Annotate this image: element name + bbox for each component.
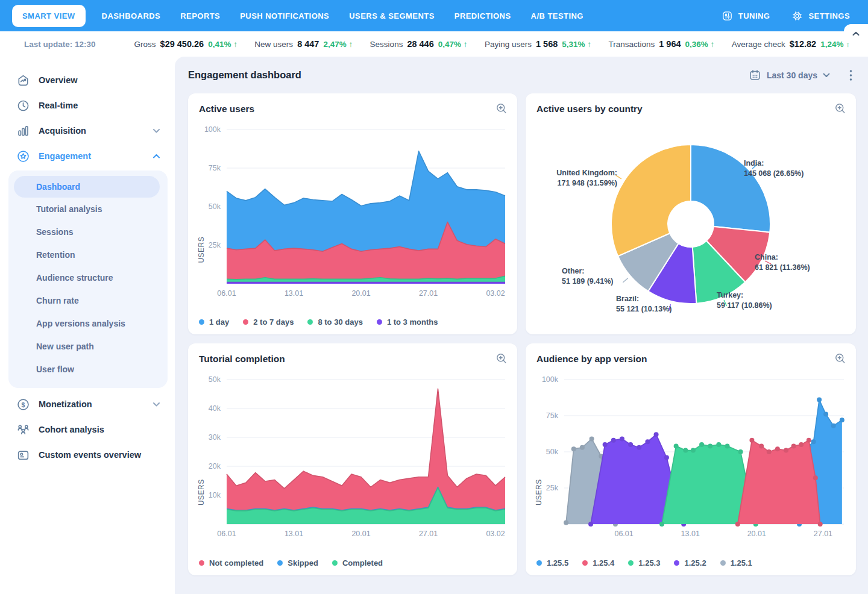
sidebar-subitem-dashboard[interactable]: Dashboard	[14, 176, 160, 198]
sidebar-item-overview[interactable]: Overview	[0, 67, 175, 93]
svg-text:50k: 50k	[209, 202, 221, 211]
nav-tab-push-notifications[interactable]: PUSH NOTIFICATIONS	[240, 11, 329, 20]
svg-text:30k: 30k	[209, 433, 221, 442]
date-range-label: Last 30 days	[767, 70, 817, 80]
sidebar-subitem-sessions[interactable]: Sessions	[8, 220, 168, 243]
kebab-menu-button[interactable]	[847, 67, 855, 84]
custom-events-icon	[16, 448, 30, 462]
legend-item-1-day[interactable]: 1 day	[199, 317, 229, 327]
sidebar-item-label: Acquisition	[39, 126, 86, 136]
legend-item-1-25-2[interactable]: 1.25.2	[674, 558, 706, 567]
legend-dot	[582, 560, 588, 566]
pie-label-name: Brazil:	[616, 294, 684, 304]
legend-item-not-completed[interactable]: Not completed	[199, 558, 263, 567]
sidebar-subitem-audience-structure[interactable]: Audience structure	[8, 266, 168, 289]
sidebar-subitem-retention[interactable]: Retention	[8, 243, 168, 266]
zoom-in-button[interactable]	[834, 352, 847, 365]
legend-item-8-to-30-days[interactable]: 8 to 30 days	[307, 317, 362, 327]
nav-tab-dashboards[interactable]: DASHBOARDS	[102, 11, 161, 20]
date-range-selector[interactable]: Last 30 days	[749, 69, 830, 81]
stat-change: 0,47% ↑	[438, 40, 468, 49]
legend-dot	[674, 560, 679, 566]
overview-icon	[16, 73, 30, 87]
svg-text:75k: 75k	[546, 411, 559, 420]
stat-value: $12.82	[790, 39, 816, 49]
sidebar-subitem-tutorial-analysis[interactable]: Tutorial analysis	[8, 198, 168, 220]
engagement-star-icon	[16, 149, 30, 163]
sidebar-item-real-time[interactable]: Real-time	[0, 93, 175, 118]
tutorial-completion-chart-canvas[interactable]: 50k40k30k20k10kUSERS06.0113.0120.0127.01…	[188, 366, 517, 547]
active-users-by-country-chart-canvas[interactable]	[526, 93, 856, 334]
card-header: Active users	[188, 93, 517, 115]
svg-text:13.01: 13.01	[285, 289, 303, 298]
sidebar-item-acquisition[interactable]: Acquisition	[0, 118, 175, 143]
audience-by-app-version-chart-canvas[interactable]: 100k75k50k25kUSERS06.0113.0120.0127.01	[526, 366, 856, 547]
legend-item-2-to-7-days[interactable]: 2 to 7 days	[243, 317, 294, 327]
svg-text:20.01: 20.01	[351, 289, 370, 298]
legend-label: 2 to 7 days	[253, 317, 294, 327]
card-audience-by-app-version: Audience by app version100k75k50k25kUSER…	[526, 343, 856, 575]
cohort-people-icon	[16, 423, 30, 437]
legend-item-1-25-4[interactable]: 1.25.4	[582, 558, 614, 567]
svg-text:03.02: 03.02	[486, 289, 505, 298]
svg-text:25k: 25k	[546, 484, 559, 492]
card-header: Audience by app version	[526, 343, 856, 365]
pie-label-value: 55 121 (10.13%)	[616, 304, 684, 314]
legend-item-1-25-3[interactable]: 1.25.3	[628, 558, 660, 567]
sidebar-item-monetization[interactable]: $Monetization	[0, 392, 175, 417]
pie-label-value: 61 821 (11.36%)	[755, 263, 821, 273]
last-update: Last update: 12:30	[24, 40, 96, 49]
nav-tab-a-b-testing[interactable]: A/B TESTING	[531, 11, 583, 20]
nav-tab-reports[interactable]: REPORTS	[180, 11, 220, 20]
acquisition-bars-icon	[16, 124, 30, 138]
zoom-in-button[interactable]	[495, 352, 508, 365]
sidebar-subitem-app-versions-analysis[interactable]: App versions analysis	[8, 312, 168, 335]
active-users-chart-canvas[interactable]: 100k75k50k25kUSERS06.0113.0120.0127.0103…	[188, 116, 517, 307]
svg-text:06.01: 06.01	[217, 289, 236, 298]
nav-settings-label: SETTINGS	[808, 11, 850, 20]
svg-text:USERS: USERS	[197, 237, 206, 263]
stat-change: 0,41% ↑	[208, 40, 237, 49]
sidebar-subitem-churn-rate[interactable]: Churn rate	[8, 289, 168, 312]
nav-tab-users-segments[interactable]: USERS & SEGMENTS	[349, 11, 435, 20]
chevron-down-icon	[823, 73, 830, 78]
legend-item-1-25-5[interactable]: 1.25.5	[536, 558, 568, 567]
header-collapse-button[interactable]	[844, 24, 868, 43]
legend-item-1-25-1[interactable]: 1.25.1	[720, 558, 752, 567]
sidebar: OverviewReal-timeAcquisitionEngagementDa…	[0, 57, 175, 594]
chevron-down-icon	[153, 128, 160, 134]
svg-text:03.02: 03.02	[486, 530, 505, 538]
svg-text:100k: 100k	[542, 375, 559, 384]
chevron-up-icon	[153, 154, 160, 159]
chart-legend: Not completedSkippedCompleted	[199, 558, 383, 567]
legend-item-skipped[interactable]: Skipped	[277, 558, 318, 567]
sidebar-item-cohort-analysis[interactable]: Cohort analysis	[0, 417, 175, 442]
page-title: Engagement dashboard	[188, 69, 301, 81]
stat-change: 2,47% ↑	[323, 40, 353, 49]
card-active-users: Active users100k75k50k25kUSERS06.0113.01…	[188, 93, 517, 334]
pie-label-china: China:61 821 (11.36%)	[755, 252, 821, 272]
legend-item-completed[interactable]: Completed	[332, 558, 383, 567]
nav-tab-smart-view[interactable]: SMART VIEW	[12, 5, 86, 27]
nav-tuning-button[interactable]: TUNING	[722, 10, 770, 22]
legend-item-1-to-3-months[interactable]: 1 to 3 months	[377, 317, 438, 327]
zoom-in-icon	[495, 102, 508, 115]
top-navigation: SMART VIEWDASHBOARDSREPORTSPUSH NOTIFICA…	[0, 0, 868, 31]
custom-events-icon	[16, 448, 30, 462]
svg-text:06.01: 06.01	[217, 530, 236, 538]
sidebar-item-custom-events-overview[interactable]: Custom events overview	[0, 442, 175, 467]
legend-label: 1.25.4	[593, 558, 614, 567]
zoom-in-button[interactable]	[495, 102, 508, 115]
nav-tab-predictions[interactable]: PREDICTIONS	[454, 11, 511, 20]
sidebar-subitem-user-flow[interactable]: User flow	[8, 358, 168, 381]
sidebar-subitem-new-user-path[interactable]: New user path	[8, 335, 168, 358]
nav-settings-button[interactable]: SETTINGS	[791, 10, 850, 22]
legend-dot	[628, 560, 634, 566]
legend-dot	[243, 319, 248, 325]
legend-label: Not completed	[209, 558, 263, 567]
realtime-clock-icon	[16, 99, 30, 113]
svg-text:USERS: USERS	[197, 479, 206, 505]
pie-label-other: Other:51 189 (9.41%)	[562, 266, 629, 286]
sidebar-item-engagement[interactable]: Engagement	[0, 143, 175, 169]
stat-value: 8 447	[297, 39, 319, 49]
